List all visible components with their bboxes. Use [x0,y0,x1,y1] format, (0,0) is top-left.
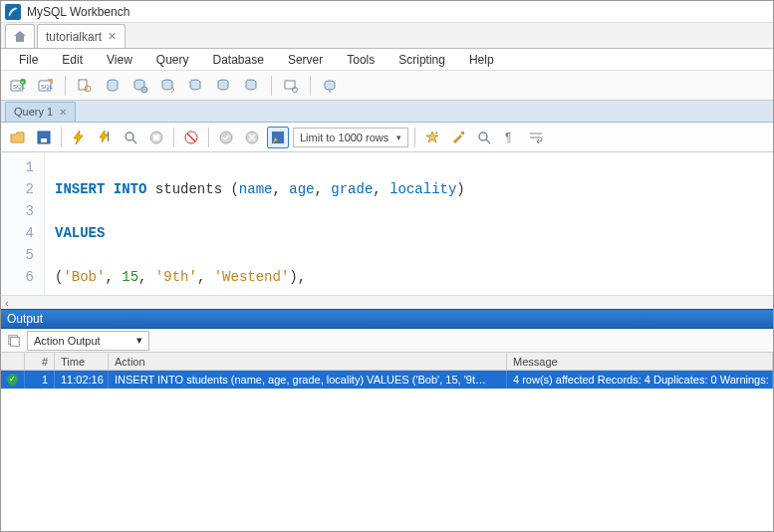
menu-help[interactable]: Help [459,51,504,69]
autocommit-icon [270,130,286,145]
save-icon [36,130,52,145]
keyword: INSERT INTO [55,181,155,197]
output-grid-empty [1,389,773,531]
schema-button-3[interactable] [157,75,179,97]
table-search-icon [283,78,299,94]
col-action[interactable]: Action [109,353,507,370]
scroll-handle-icon: ‹ [5,297,9,309]
schema-button-4[interactable] [185,75,207,97]
output-type-label: Action Output [34,335,101,347]
menu-edit[interactable]: Edit [52,51,93,69]
toolbar-separator [208,128,209,147]
svg-text:¶: ¶ [505,131,511,144]
column: name [239,181,273,197]
menu-bar: File Edit View Query Database Server Too… [1,49,773,71]
menu-tools[interactable]: Tools [337,51,385,69]
svg-text:+: + [21,79,24,85]
rollback-button[interactable] [241,127,263,148]
col-num[interactable]: # [25,353,55,370]
search-icon [476,130,492,145]
wrap-button[interactable] [525,127,547,148]
sql-editor[interactable]: 1 2 3 4 5 6 INSERT INTO students (name, … [1,152,773,295]
line-gutter: 1 2 3 4 5 6 [1,152,45,295]
toolbar-separator [65,76,66,96]
line-number: 4 [5,222,34,244]
number: 15 [122,269,138,285]
schema-button-6[interactable] [241,75,263,97]
sql-plus-icon: SQL+ [10,78,26,94]
output-panel-header: Output [1,309,773,329]
commit-icon [218,130,234,145]
connection-tab-row: tutorialkart ✕ [1,23,773,49]
no-limit-button[interactable] [180,127,202,148]
svg-text:+: + [434,130,438,136]
schema-button-2[interactable] [129,75,151,97]
close-icon[interactable]: ✕ [59,107,67,118]
open-file-button[interactable] [7,127,29,148]
output-type-select[interactable]: Action Output ▾ [27,331,149,351]
col-message[interactable]: Message [507,353,773,370]
menu-scripting[interactable]: Scripting [388,51,455,69]
brush-icon [450,130,466,145]
beautify-button[interactable]: + [421,127,443,148]
stop-button[interactable] [145,127,167,148]
db-connect-button[interactable] [319,75,341,97]
window-titlebar: MySQL Workbench [1,1,773,23]
invisible-button[interactable]: ¶ [499,127,521,148]
db-gear-icon [132,78,148,94]
main-toolbar: SQL+ SQL [1,71,773,101]
db-connect-icon [322,78,338,94]
h-scroll-indicator[interactable]: ‹ [1,295,773,309]
output-stack-icon[interactable] [7,334,21,348]
close-icon[interactable]: ✕ [108,30,117,43]
identifier: students [155,181,231,197]
app-icon [5,4,21,20]
svg-rect-33 [11,337,20,346]
open-sql-script-button[interactable]: SQL [35,75,57,97]
commit-button[interactable] [215,127,237,148]
search-table-button[interactable] [280,75,302,97]
find-button[interactable] [473,127,495,148]
db-check-icon [188,78,204,94]
menu-database[interactable]: Database [203,51,274,69]
row-limit-label: Limit to 1000 rows [300,132,388,143]
col-status[interactable] [1,353,25,370]
db-icon [105,78,121,94]
col-time[interactable]: Time [55,353,109,370]
code-area[interactable]: INSERT INTO students (name, age, grade, … [45,152,475,295]
chevron-down-icon: ▾ [396,133,401,142]
autocommit-button[interactable] [267,127,289,148]
execute-button[interactable] [68,127,90,148]
schema-button-1[interactable] [102,75,124,97]
lightning-icon [71,130,87,145]
db-arrow-icon [160,78,176,94]
menu-query[interactable]: Query [146,51,199,69]
keyword: VALUES [55,225,105,241]
menu-view[interactable]: View [97,51,142,69]
explain-button[interactable] [120,127,141,148]
execute-current-button[interactable] [94,127,116,148]
db-x-icon [216,78,232,94]
punct: , [272,181,289,197]
row-limit-select[interactable]: Limit to 1000 rows ▾ [293,128,408,147]
menu-server[interactable]: Server [278,51,333,69]
magnifier-icon [123,130,138,145]
menu-file[interactable]: File [9,51,48,69]
connection-tab-label: tutorialkart [46,30,102,44]
connection-tab[interactable]: tutorialkart ✕ [37,24,126,48]
editor-toolbar: Limit to 1000 rows ▾ + ¶ [1,123,773,152]
inspector-button[interactable] [74,75,96,97]
lightning-cursor-icon [97,130,113,145]
brush-button[interactable] [447,127,469,148]
line-number: 6 [5,266,34,288]
output-grid-row[interactable]: 1 11:02:16 INSERT INTO students (name, a… [1,371,773,389]
schema-button-5[interactable] [213,75,235,97]
punct: , [315,181,332,197]
sql-open-icon: SQL [38,78,54,94]
home-tab[interactable] [5,24,35,48]
save-button[interactable] [33,127,55,148]
query-tab[interactable]: Query 1 ✕ [5,102,76,122]
new-sql-tab-button[interactable]: SQL+ [7,75,29,97]
star-icon: + [424,130,440,145]
string: 'Bob' [63,269,105,285]
